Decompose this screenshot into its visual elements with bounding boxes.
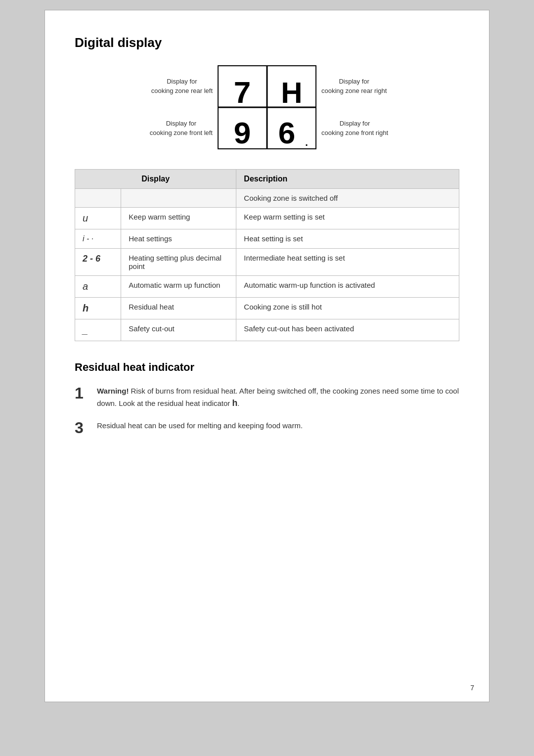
- table-description: Cooking zone is switched off: [236, 189, 459, 208]
- item1-number: 1: [75, 384, 97, 402]
- item1-end: .: [237, 399, 239, 407]
- svg-text:.: .: [305, 137, 308, 148]
- table-display: Heating setting plus decimal point: [121, 249, 236, 276]
- display-svg: 7 H 9 6 .: [218, 65, 316, 149]
- table-display: Safety cut-out: [121, 319, 236, 341]
- svg-text:7: 7: [234, 75, 251, 109]
- page: Digital display Display for cooking zone…: [44, 10, 490, 702]
- label-front-right: Display for cooking zone front right: [316, 119, 388, 137]
- table-description: Automatic warm-up function is activated: [236, 276, 459, 298]
- residual-heat-title: Residual heat indicator: [75, 361, 459, 374]
- svg-text:9: 9: [234, 116, 251, 149]
- diagram-grid: Display for cooking zone rear left 7 H 9: [138, 65, 396, 149]
- item3-content: Residual heat can be used for melting an…: [97, 418, 303, 432]
- table-row: h Residual heat Cooking zone is still ho…: [75, 298, 459, 319]
- table-description: Cooking zone is still hot: [236, 298, 459, 319]
- svg-text:H: H: [281, 76, 302, 109]
- list-item: 3 Residual heat can be used for melting …: [75, 418, 459, 437]
- table-display: Automatic warm up function: [121, 276, 236, 298]
- numbered-list: 1 Warning! Risk of burns from residual h…: [75, 384, 459, 437]
- list-item: 1 Warning! Risk of burns from residual h…: [75, 384, 459, 410]
- table-display: Heat settings: [121, 229, 236, 249]
- digit-display: 7 H 9 6 .: [218, 65, 316, 149]
- label-rear-right: Display for cooking zone rear right: [316, 77, 387, 95]
- page-number: 7: [470, 684, 474, 692]
- label-rear-left: Display for cooking zone rear left: [151, 77, 218, 95]
- table-symbol: _: [75, 319, 121, 341]
- table-symbol: i - ·: [75, 229, 121, 249]
- table-description: Safety cut-out has been activated: [236, 319, 459, 341]
- item3-text: Residual heat can be used for melting an…: [97, 421, 303, 430]
- table-description: Keep warm setting is set: [236, 208, 459, 229]
- item3-number: 3: [75, 418, 97, 437]
- table-symbol: 2 - 6: [75, 249, 121, 276]
- table-row: _ Safety cut-out Safety cut-out has been…: [75, 319, 459, 341]
- residual-heat-section: Residual heat indicator 1 Warning! Risk …: [75, 361, 459, 437]
- page-title: Digital display: [75, 35, 459, 50]
- table-row: u Keep warm setting Keep warm setting is…: [75, 208, 459, 229]
- table-row: a Automatic warm up function Automatic w…: [75, 276, 459, 298]
- table-display: [121, 189, 236, 208]
- table-display: Keep warm setting: [121, 208, 236, 229]
- table-description: Intermediate heat setting is set: [236, 249, 459, 276]
- table-symbol: h: [75, 298, 121, 319]
- table-row: Cooking zone is switched off: [75, 189, 459, 208]
- col-description-header: Description: [236, 170, 459, 189]
- table-description: Heat setting is set: [236, 229, 459, 249]
- display-diagram: Display for cooking zone rear left 7 H 9: [75, 65, 459, 149]
- info-table: Display Description Cooking zone is swit…: [75, 169, 459, 341]
- item1-text: Risk of burns from residual heat. After …: [97, 387, 459, 407]
- table-row: 2 - 6 Heating setting plus decimal point…: [75, 249, 459, 276]
- item1-content: Warning! Risk of burns from residual hea…: [97, 384, 459, 410]
- table-symbol: u: [75, 208, 121, 229]
- table-display: Residual heat: [121, 298, 236, 319]
- table-row: i - · Heat settings Heat setting is set: [75, 229, 459, 249]
- item1-bold: Warning!: [97, 387, 129, 395]
- table-symbol: a: [75, 276, 121, 298]
- item1-symbol: h: [232, 399, 238, 408]
- col-display-header: Display: [75, 170, 236, 189]
- table-symbol: [75, 189, 121, 208]
- svg-text:6: 6: [278, 116, 295, 149]
- label-front-left: Display for cooking zone front left: [150, 119, 218, 137]
